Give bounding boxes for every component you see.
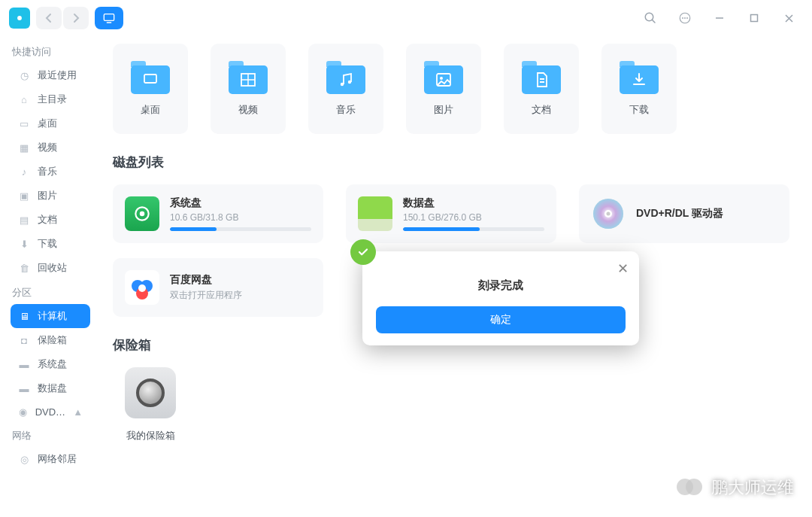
disk-icon: ▬ xyxy=(18,382,30,394)
vault-mine[interactable]: 我的保险箱 xyxy=(113,367,188,442)
baidu-cloud-icon xyxy=(125,270,159,305)
sidebar-item-download[interactable]: ⬇下载 xyxy=(11,232,90,256)
folder-icon xyxy=(229,61,268,94)
dvd-disc-icon xyxy=(591,196,626,231)
computer-icon: 🖥 xyxy=(18,310,30,322)
sidebar-item-desktop[interactable]: ▭桌面 xyxy=(11,111,90,135)
safe-icon: ◘ xyxy=(18,334,30,346)
folder-label: 音乐 xyxy=(336,103,356,117)
svg-rect-8 xyxy=(144,75,156,83)
sidebar-item-recent[interactable]: ◷最近使用 xyxy=(11,63,90,87)
sidebar-item-dvd[interactable]: ◉DVD…▲ xyxy=(11,400,90,423)
dialog-ok-button[interactable]: 确定 xyxy=(376,306,626,333)
sidebar-item-video[interactable]: ▦视频 xyxy=(11,135,90,160)
folder-label: 文档 xyxy=(532,103,551,117)
disk-dvd[interactable]: DVD+R/DL 驱动器 xyxy=(579,184,789,243)
success-check-icon xyxy=(350,239,376,265)
wechat-icon xyxy=(677,479,704,497)
folder-icon xyxy=(620,61,659,94)
sidebar-item-datadisk[interactable]: ▬数据盘 xyxy=(11,376,90,400)
svg-point-12 xyxy=(341,83,344,86)
svg-point-5 xyxy=(684,17,686,19)
folder-label: 图片 xyxy=(434,103,453,117)
nav-forward-button[interactable] xyxy=(63,7,89,29)
svg-point-4 xyxy=(682,17,683,19)
watermark: 鹏大师运维 xyxy=(677,476,794,499)
network-icon: ◎ xyxy=(18,453,30,465)
folder-download[interactable]: 下载 xyxy=(601,44,677,134)
document-icon: ▤ xyxy=(18,214,30,226)
svg-point-25 xyxy=(138,284,146,292)
vault-icon xyxy=(125,367,176,418)
search-button[interactable] xyxy=(636,4,665,32)
svg-point-17 xyxy=(140,211,145,217)
section-disks-title: 磁盘列表 xyxy=(113,154,789,171)
folder-document[interactable]: 文档 xyxy=(504,44,579,134)
svg-point-15 xyxy=(440,77,443,80)
sidebar-item-document[interactable]: ▤文档 xyxy=(11,208,90,232)
more-button[interactable] xyxy=(671,4,699,32)
system-disk-bar xyxy=(170,227,311,231)
svg-point-6 xyxy=(686,17,688,19)
svg-rect-1 xyxy=(104,14,114,21)
cloud-baidu[interactable]: 百度网盘 双击打开应用程序 xyxy=(113,258,323,317)
sidebar-item-safe[interactable]: ◘保险箱 xyxy=(11,328,90,352)
dialog-close-button[interactable]: ✕ xyxy=(617,260,629,277)
folder-icon xyxy=(522,61,561,94)
svg-point-21 xyxy=(607,212,611,216)
disk-icon: ▬ xyxy=(18,358,30,370)
sidebar-item-sysdisk[interactable]: ▬系统盘 xyxy=(11,352,90,376)
dialog-title: 刻录完成 xyxy=(376,278,626,293)
folder-label: 下载 xyxy=(629,103,649,117)
data-disk-bar xyxy=(403,227,544,231)
folder-icon xyxy=(131,61,170,94)
app-icon xyxy=(9,8,30,29)
tab-computer[interactable] xyxy=(95,7,123,29)
folder-label: 桌面 xyxy=(141,103,160,117)
folder-label: 视频 xyxy=(238,103,258,117)
titlebar xyxy=(0,0,812,36)
picture-icon: ▣ xyxy=(18,190,30,202)
window-maximize[interactable] xyxy=(740,4,768,32)
svg-point-0 xyxy=(17,16,22,20)
sidebar-item-home[interactable]: ⌂主目录 xyxy=(11,87,90,111)
home-icon: ⌂ xyxy=(18,93,30,105)
music-icon: ♪ xyxy=(18,166,30,178)
sidebar-header-partition: 分区 xyxy=(11,280,90,304)
window-close[interactable] xyxy=(774,4,803,32)
dvd-icon: ◉ xyxy=(18,406,28,418)
folder-desktop[interactable]: 桌面 xyxy=(113,44,188,134)
data-disk-icon xyxy=(358,196,392,231)
folder-picture[interactable]: 图片 xyxy=(406,44,481,134)
sidebar-item-neighbor[interactable]: ◎网络邻居 xyxy=(11,447,90,471)
burn-complete-dialog: ✕ 刻录完成 确定 xyxy=(362,251,639,345)
folder-icon xyxy=(424,61,463,94)
svg-point-13 xyxy=(348,81,351,84)
sidebar-item-trash[interactable]: 🗑回收站 xyxy=(11,256,90,280)
folder-icon xyxy=(326,61,365,94)
sidebar-header-network: 网络 xyxy=(11,423,90,447)
sidebar-header-quick: 快捷访问 xyxy=(11,39,90,63)
sidebar: 快捷访问 ◷最近使用 ⌂主目录 ▭桌面 ▦视频 ♪音乐 ▣图片 ▤文档 ⬇下载 … xyxy=(0,36,98,517)
clock-icon: ◷ xyxy=(18,69,30,81)
folder-music[interactable]: 音乐 xyxy=(308,44,383,134)
trash-icon: 🗑 xyxy=(18,262,30,274)
video-icon: ▦ xyxy=(18,141,30,154)
disk-system[interactable]: 系统盘 10.6 GB/31.8 GB xyxy=(113,184,323,243)
nav-back-button[interactable] xyxy=(36,7,62,29)
system-disk-icon xyxy=(125,196,159,231)
disk-data[interactable]: 数据盘 150.1 GB/276.0 GB xyxy=(346,184,556,243)
desktop-icon: ▭ xyxy=(18,117,30,129)
window-minimize[interactable] xyxy=(705,4,734,32)
download-icon: ⬇ xyxy=(18,238,30,250)
sidebar-item-music[interactable]: ♪音乐 xyxy=(11,160,90,184)
svg-rect-7 xyxy=(751,15,758,22)
folder-video[interactable]: 视频 xyxy=(211,44,286,134)
sidebar-item-computer[interactable]: 🖥计算机 xyxy=(11,304,90,328)
eject-icon[interactable]: ▲ xyxy=(73,406,83,418)
sidebar-item-picture[interactable]: ▣图片 xyxy=(11,184,90,208)
